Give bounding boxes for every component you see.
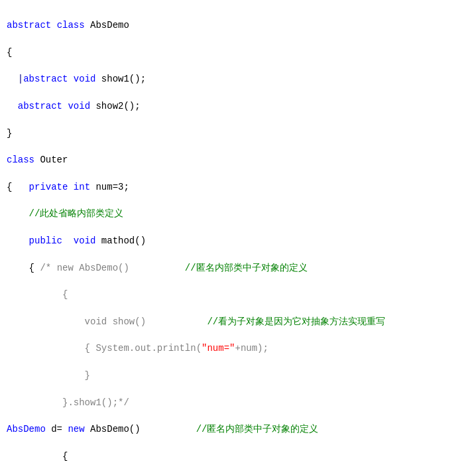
keyword-void2: void bbox=[68, 101, 90, 111]
keyword-class: class bbox=[57, 20, 85, 31]
keyword-abstract: abstract bbox=[7, 20, 51, 31]
keyword-new: new bbox=[68, 424, 84, 434]
line-14: } bbox=[7, 369, 469, 382]
keyword-absdemo: AbsDemo bbox=[7, 424, 46, 434]
comment-1: //此处省略内部类定义 bbox=[29, 208, 124, 219]
line-1: abstract class AbsDemo bbox=[7, 19, 469, 32]
line-10: { /* new AbsDemo() //匿名内部类中子对象的定义 bbox=[7, 261, 469, 275]
keyword-abstract3: abstract bbox=[18, 101, 62, 111]
line-13: { System.out.println("num="+num); bbox=[7, 342, 469, 355]
keyword-public: public bbox=[29, 235, 62, 246]
line-8: //此处省略内部类定义 bbox=[7, 207, 469, 220]
line-3: |abstract void show1(); bbox=[7, 72, 469, 86]
comment-3: //看为子对象是因为它对抽象方法实现重写 bbox=[207, 316, 385, 327]
keyword-int: int bbox=[74, 182, 90, 192]
line-6: class Outer bbox=[7, 153, 469, 166]
keyword-abstract2: abstract bbox=[23, 74, 68, 84]
keyword-class2: class bbox=[7, 155, 34, 165]
line-12: void show() //看为子对象是因为它对抽象方法实现重写 bbox=[7, 315, 469, 328]
line-16: AbsDemo d= new AbsDemo() //匿名内部类中子对象的定义 bbox=[7, 423, 469, 436]
line-11: { bbox=[7, 288, 469, 301]
line-4: abstract void show2(); bbox=[7, 99, 469, 113]
keyword-private: private bbox=[29, 182, 68, 192]
line-17: { bbox=[7, 450, 469, 461]
line-15: }.show1();*/ bbox=[7, 396, 469, 409]
code-editor: abstract class AbsDemo { |abstract void … bbox=[7, 5, 469, 461]
line-5: } bbox=[7, 127, 469, 140]
comment-4: //匿名内部类中子对象的定义 bbox=[196, 424, 319, 434]
line-9: public void mathod() bbox=[7, 234, 469, 247]
line-7: { private int num=3; bbox=[7, 180, 469, 194]
comment-2: //匿名内部类中子对象的定义 bbox=[185, 263, 308, 273]
keyword-void3: void bbox=[74, 235, 96, 246]
keyword-void: void bbox=[74, 74, 96, 84]
string-1: "num=" bbox=[202, 343, 235, 354]
line-2: { bbox=[7, 46, 469, 59]
